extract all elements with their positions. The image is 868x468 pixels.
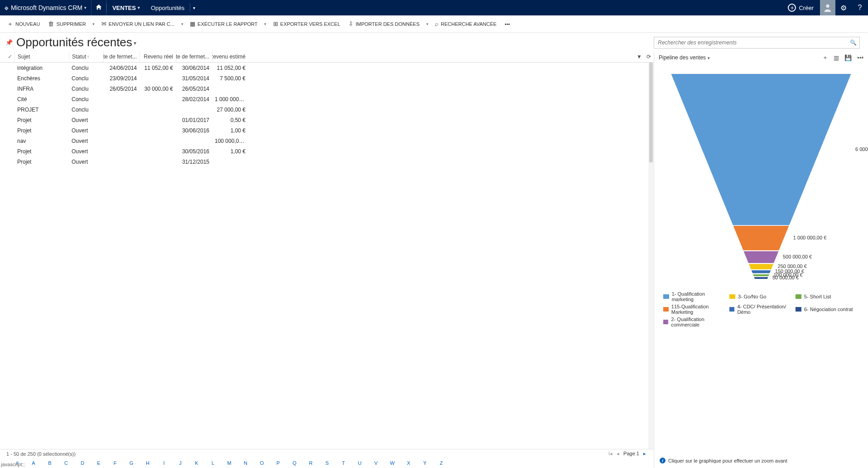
cmd-sendlink-split[interactable]: ▾ bbox=[179, 22, 185, 26]
gear-icon: ⚙ bbox=[840, 4, 847, 12]
binoculars-icon: ⌕ bbox=[435, 20, 439, 27]
svg-point-0 bbox=[826, 5, 829, 8]
cmd-delete-label: SUPPRIMER bbox=[56, 21, 86, 27]
col-subject[interactable]: Sujet bbox=[14, 51, 69, 54]
help-button[interactable]: ? bbox=[852, 0, 868, 15]
col-status[interactable]: Statut ↑ bbox=[69, 51, 103, 54]
create-label: Créer bbox=[799, 5, 814, 11]
refresh-icon[interactable]: ⟳ bbox=[646, 54, 651, 54]
cmd-runreport-label: EXÉCUTER LE RAPPORT bbox=[198, 21, 257, 27]
grid-header: ✓ Sujet Statut ↑ Date de fermet... Reven… bbox=[0, 51, 654, 54]
view-title[interactable]: Opportunités récentes bbox=[16, 35, 136, 49]
quick-create-button[interactable]: + Créer bbox=[781, 0, 820, 15]
cmd-new[interactable]: ＋NOUVEAU bbox=[4, 18, 43, 30]
command-bar: ＋NOUVEAU 🗑SUPPRIMER ▾ ✉ENVOYER UN LIEN P… bbox=[0, 15, 868, 33]
search-button[interactable]: 🔍 bbox=[847, 39, 859, 46]
plus-circle-icon: + bbox=[788, 4, 796, 12]
col-status-label: Statut bbox=[72, 54, 86, 54]
plus-icon: ＋ bbox=[7, 20, 13, 28]
settings-button[interactable]: ⚙ bbox=[835, 0, 852, 15]
cmd-importdata-label: IMPORTER DES DONNÉES bbox=[356, 21, 420, 27]
cmd-new-label: NOUVEAU bbox=[15, 21, 40, 27]
chart-pane: Pipeline des ventes ＋ ▥ 💾 ••• › 6 000 00… bbox=[654, 51, 868, 54]
col-closedate-actual[interactable]: Date de fermet... bbox=[103, 51, 140, 54]
nav-entity-caret[interactable]: ▾ bbox=[190, 0, 198, 15]
chart-collapse[interactable]: › bbox=[862, 54, 867, 54]
top-nav: ⟐ Microsoft Dynamics CRM VENTES Opportun… bbox=[0, 0, 868, 15]
cmd-delete[interactable]: 🗑SUPPRIMER bbox=[44, 18, 89, 30]
nav-entity[interactable]: Opportunités bbox=[145, 0, 190, 15]
search-box: 🔍 bbox=[654, 37, 860, 49]
grid-pane: ✓ Sujet Statut ↑ Date de fermet... Reven… bbox=[0, 51, 654, 54]
cmd-runreport[interactable]: ▦EXÉCUTER LE RAPPORT bbox=[186, 18, 261, 30]
col-rev-actual[interactable]: Revenu réel bbox=[140, 51, 176, 54]
search-icon: 🔍 bbox=[850, 39, 857, 46]
cmd-advfind[interactable]: ⌕RECHERCHE AVANCÉE bbox=[431, 18, 500, 30]
user-avatar[interactable] bbox=[820, 0, 835, 15]
import-icon: ⇩ bbox=[348, 20, 353, 27]
home-icon bbox=[96, 4, 102, 12]
nav-area[interactable]: VENTES bbox=[107, 0, 145, 15]
app-brand[interactable]: ⟐ Microsoft Dynamics CRM bbox=[0, 0, 91, 15]
excel-icon: ⊞ bbox=[273, 20, 278, 27]
cmd-sendlink[interactable]: ✉ENVOYER UN LIEN PAR C... bbox=[98, 18, 178, 30]
filter-icon[interactable]: ▼ bbox=[637, 54, 642, 54]
chart-header: Pipeline des ventes ＋ ▥ 💾 ••• › bbox=[654, 51, 868, 54]
cmd-overflow[interactable]: ••• bbox=[501, 18, 514, 30]
overflow-icon: ••• bbox=[505, 21, 510, 27]
main-split: ✓ Sujet Statut ↑ Date de fermet... Reven… bbox=[0, 51, 868, 54]
pin-icon[interactable]: 📌 bbox=[5, 39, 13, 46]
report-icon: ▦ bbox=[190, 20, 195, 27]
logo-icon: ⟐ bbox=[5, 4, 8, 11]
search-input[interactable] bbox=[654, 39, 847, 46]
cmd-runreport-split[interactable]: ▾ bbox=[262, 22, 269, 26]
cmd-sendlink-label: ENVOYER UN LIEN PAR C... bbox=[109, 21, 174, 27]
chart-add-button[interactable]: ＋ bbox=[822, 54, 828, 54]
col-rev-est[interactable]: Revenu estimé bbox=[212, 51, 248, 54]
app-name: Microsoft Dynamics CRM bbox=[11, 4, 82, 11]
cmd-exportexcel[interactable]: ⊞EXPORTER VERS EXCEL bbox=[270, 18, 344, 30]
cmd-exportexcel-label: EXPORTER VERS EXCEL bbox=[280, 21, 340, 27]
cmd-importdata[interactable]: ⇩IMPORTER DES DONNÉES bbox=[345, 18, 423, 30]
col-closedate-est[interactable]: Date de fermet... bbox=[176, 51, 212, 54]
home-button[interactable] bbox=[91, 0, 106, 15]
trash-icon: 🗑 bbox=[48, 20, 54, 27]
cmd-delete-split[interactable]: ▾ bbox=[91, 22, 97, 26]
select-all-check[interactable]: ✓ bbox=[5, 54, 14, 54]
cmd-importdata-split[interactable]: ▾ bbox=[424, 22, 430, 26]
cmd-advfind-label: RECHERCHE AVANCÉE bbox=[441, 21, 497, 27]
help-icon: ? bbox=[858, 4, 862, 12]
link-icon: ✉ bbox=[101, 20, 106, 27]
